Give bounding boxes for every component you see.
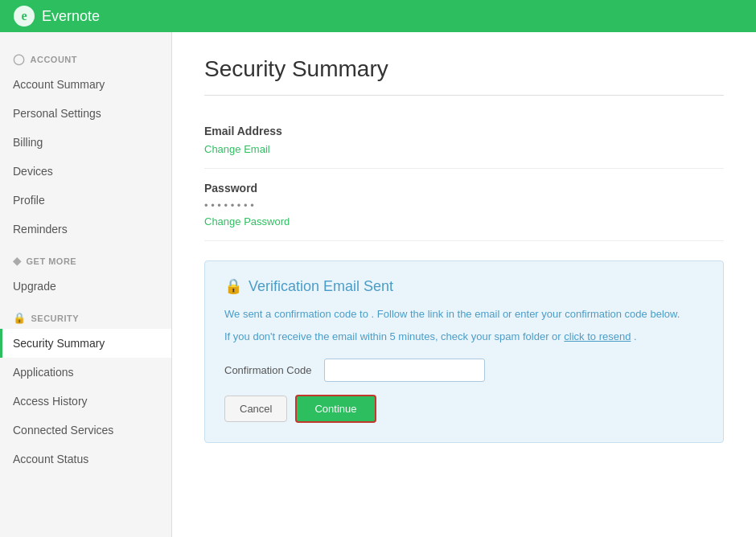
cancel-button[interactable]: Cancel <box>224 396 287 422</box>
confirmation-code-input[interactable] <box>324 359 485 382</box>
sidebar-item-account-summary[interactable]: Account Summary <box>0 70 171 99</box>
email-label: Email Address <box>204 125 724 137</box>
evernote-logo-icon: e <box>13 5 35 27</box>
password-label: Password <box>204 182 724 195</box>
sidebar-item-connected-services[interactable]: Connected Services <box>0 416 171 445</box>
verification-subtext: If you don't receive the email within 5 … <box>224 329 704 345</box>
email-section: Email Address Change Email <box>204 112 724 169</box>
sidebar-item-security-summary[interactable]: Security Summary <box>0 329 171 358</box>
sidebar-item-applications[interactable]: Applications <box>0 358 171 387</box>
continue-button[interactable]: Continue <box>295 395 376 423</box>
account-section-icon: ◯ <box>13 53 26 65</box>
password-value: • • • • • • • • <box>204 199 724 211</box>
get-more-section-icon: ◆ <box>13 255 22 267</box>
password-section: Password • • • • • • • • Change Password <box>204 169 724 241</box>
sidebar-item-profile[interactable]: Profile <box>0 186 171 215</box>
lock-icon: 🔒 <box>224 277 242 295</box>
sidebar-section-get-more: ◆ GET MORE <box>0 244 171 272</box>
change-password-link[interactable]: Change Password <box>204 215 290 228</box>
confirmation-row: Confirmation Code <box>224 359 704 382</box>
verification-text: We sent a confirmation code to . Follow … <box>224 306 704 322</box>
sidebar-item-upgrade[interactable]: Upgrade <box>0 272 171 301</box>
sidebar-section-security: 🔒 SECURITY <box>0 301 171 329</box>
sidebar-item-billing[interactable]: Billing <box>0 128 171 157</box>
sidebar-item-devices[interactable]: Devices <box>0 157 171 186</box>
logo: e Evernote <box>13 5 100 27</box>
sidebar-item-account-status[interactable]: Account Status <box>0 445 171 473</box>
sidebar: ◯ ACCOUNT Account Summary Personal Setti… <box>0 32 172 537</box>
change-email-link[interactable]: Change Email <box>204 143 270 155</box>
app-header: e Evernote <box>0 0 756 32</box>
verification-box: 🔒 Verification Email Sent We sent a conf… <box>204 260 724 443</box>
confirmation-code-label: Confirmation Code <box>224 364 311 376</box>
resend-link[interactable]: click to resend <box>564 330 631 342</box>
main-content: Security Summary Email Address Change Em… <box>172 32 756 537</box>
verification-title: 🔒 Verification Email Sent <box>224 277 704 295</box>
sidebar-item-reminders[interactable]: Reminders <box>0 215 171 244</box>
security-section-icon: 🔒 <box>13 312 27 324</box>
button-row: Cancel Continue <box>224 395 704 423</box>
svg-text:e: e <box>21 9 27 23</box>
sidebar-section-account: ◯ ACCOUNT <box>0 42 171 70</box>
sidebar-item-personal-settings[interactable]: Personal Settings <box>0 99 171 128</box>
logo-text: Evernote <box>42 8 100 25</box>
sidebar-item-access-history[interactable]: Access History <box>0 387 171 416</box>
page-title: Security Summary <box>204 56 724 96</box>
